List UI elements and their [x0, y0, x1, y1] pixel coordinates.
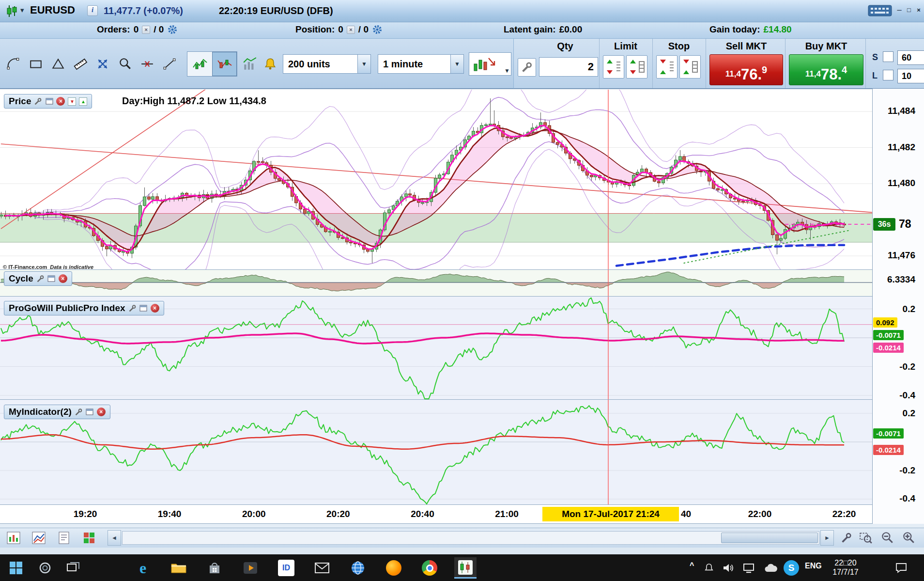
- zoom-out-button[interactable]: [878, 530, 897, 546]
- firefox-button[interactable]: [383, 557, 405, 579]
- zoom-tool-button[interactable]: [114, 53, 136, 75]
- limit-attach-checkbox[interactable]: [883, 70, 893, 80]
- volume-icon[interactable]: [719, 557, 737, 579]
- triangle-tool-button[interactable]: [47, 53, 69, 75]
- price-detach-window-icon[interactable]: [45, 97, 53, 106]
- zoom-in-button[interactable]: [899, 530, 918, 546]
- report-document-button[interactable]: [54, 530, 74, 546]
- myindicator-detach-window-icon[interactable]: [86, 408, 94, 416]
- info-icon[interactable]: i: [87, 5, 98, 16]
- qty-input[interactable]: 2: [539, 57, 598, 77]
- indicator-overlay-button[interactable]: [239, 53, 261, 75]
- cycle-indicator-canvas[interactable]: [0, 270, 872, 297]
- internet-globe-button[interactable]: [347, 557, 369, 579]
- ruler-tool-button[interactable]: [70, 53, 91, 75]
- id-app-icon: ID: [282, 564, 290, 572]
- units-select-caret-icon[interactable]: ▼: [357, 55, 370, 73]
- taskbar-clock[interactable]: 22□20 17/7/17: [823, 558, 868, 577]
- clear-position-icon[interactable]: ×: [347, 26, 355, 34]
- symbol-dropdown-caret[interactable]: ▾: [20, 6, 24, 15]
- start-button[interactable]: [5, 557, 27, 579]
- clear-orders-icon[interactable]: ×: [142, 26, 150, 34]
- time-axis-label: 22:00: [737, 509, 783, 519]
- chart-settings-wrench-button[interactable]: [837, 530, 856, 546]
- limit-attach-label: L: [872, 71, 878, 81]
- arc-tool-button[interactable]: [3, 53, 24, 75]
- close-window-button[interactable]: ×: [914, 5, 923, 15]
- tray-notification-icon[interactable]: [700, 557, 718, 579]
- timeframe-select[interactable]: 1 minute ▼: [378, 54, 464, 74]
- stop-order-button-1[interactable]: [656, 55, 678, 79]
- language-indicator[interactable]: ENG: [805, 562, 822, 570]
- limit-order-button-2[interactable]: [626, 55, 647, 79]
- tray-chevron-icon[interactable]: ^: [690, 561, 694, 570]
- myindicator-settings-wrench-icon[interactable]: [75, 408, 83, 416]
- stop-order-button-2[interactable]: [679, 55, 701, 79]
- store-button[interactable]: [203, 557, 226, 579]
- chrome-button[interactable]: [418, 557, 441, 579]
- orders-settings-gear-icon[interactable]: [167, 24, 178, 35]
- chart-scrollbar-thumb[interactable]: [721, 533, 818, 543]
- stop-distance-input[interactable]: 60: [897, 50, 924, 65]
- cycle-detach-window-icon[interactable]: [47, 275, 56, 283]
- scroll-left-button[interactable]: ◄: [108, 530, 121, 546]
- skype-letter: S: [788, 563, 795, 573]
- minimize-button[interactable]: ─: [895, 5, 904, 15]
- id-app-button[interactable]: ID: [275, 557, 297, 579]
- zoom-selection-button[interactable]: [856, 530, 876, 546]
- compare-chart-button[interactable]: [29, 530, 48, 546]
- buy-market-button[interactable]: 11,478.4: [789, 54, 863, 85]
- skype-icon[interactable]: S: [782, 557, 801, 579]
- trading-app-button[interactable]: [454, 557, 477, 579]
- candlestick-mode-button[interactable]: [212, 52, 237, 76]
- network-icon[interactable]: [740, 557, 758, 579]
- limit-distance-input[interactable]: 10: [897, 69, 924, 83]
- qty-header: Qty: [557, 41, 573, 52]
- price-settings-wrench-icon[interactable]: [34, 97, 42, 106]
- taskbar-date: 17/7/17: [823, 567, 868, 577]
- qty-settings-wrench-button[interactable]: [518, 58, 536, 77]
- chart-style-dropdown[interactable]: ▼: [469, 52, 511, 76]
- price-move-down-icon[interactable]: ▼: [68, 97, 76, 106]
- rectangle-tool-button[interactable]: [25, 53, 46, 75]
- keyboard-icon[interactable]: [868, 4, 892, 17]
- timeframe-select-caret-icon[interactable]: ▼: [450, 55, 463, 73]
- cycle-settings-wrench-icon[interactable]: [36, 275, 45, 283]
- myindicator-canvas[interactable]: [0, 400, 872, 505]
- media-player-button[interactable]: [239, 557, 262, 579]
- time-label-partial: 40: [681, 509, 691, 519]
- progowill-close-pane-icon[interactable]: ×: [151, 304, 159, 313]
- price-close-pane-icon[interactable]: ×: [56, 97, 65, 106]
- onedrive-cloud-icon[interactable]: [761, 557, 781, 579]
- sell-market-button[interactable]: 11,476.9: [709, 54, 783, 85]
- progowill-settings-wrench-icon[interactable]: [128, 304, 137, 313]
- move-crosshair-tool-button[interactable]: [92, 53, 113, 75]
- cortana-search-button[interactable]: [34, 557, 56, 579]
- cycle-close-pane-icon[interactable]: ×: [59, 274, 67, 283]
- limit-order-button-1[interactable]: [603, 55, 624, 79]
- chart-scrollbar-track[interactable]: [122, 531, 819, 545]
- mini-chart-page-button[interactable]: [4, 530, 23, 546]
- alert-bell-button[interactable]: [262, 53, 279, 75]
- myindicator-close-pane-icon[interactable]: ×: [97, 408, 106, 416]
- heatmap-grid-button[interactable]: [79, 530, 99, 546]
- maximize-button[interactable]: □: [905, 5, 913, 15]
- price-move-up-icon[interactable]: ▲: [79, 97, 87, 106]
- position-settings-gear-icon[interactable]: [372, 24, 383, 35]
- mail-button[interactable]: [311, 557, 333, 579]
- price-chart-canvas[interactable]: [0, 90, 872, 270]
- progowill-detach-window-icon[interactable]: [139, 304, 148, 313]
- action-center-button[interactable]: [890, 557, 912, 579]
- file-explorer-button[interactable]: [168, 557, 190, 579]
- edge-icon: e: [139, 559, 146, 577]
- stop-attach-checkbox[interactable]: [883, 51, 893, 62]
- progowill-green-line-badge: -0.0071: [873, 330, 904, 340]
- units-select[interactable]: 200 units ▼: [283, 54, 371, 74]
- delete-line-tool-button[interactable]: [137, 53, 158, 75]
- edge-browser-button[interactable]: e: [132, 557, 154, 579]
- trendline-tool-button[interactable]: [159, 53, 180, 75]
- scroll-right-button[interactable]: ►: [820, 530, 834, 546]
- line-chart-mode-button[interactable]: [187, 52, 212, 76]
- task-view-button[interactable]: [62, 557, 84, 579]
- price-axis-label: 11,482: [873, 142, 919, 153]
